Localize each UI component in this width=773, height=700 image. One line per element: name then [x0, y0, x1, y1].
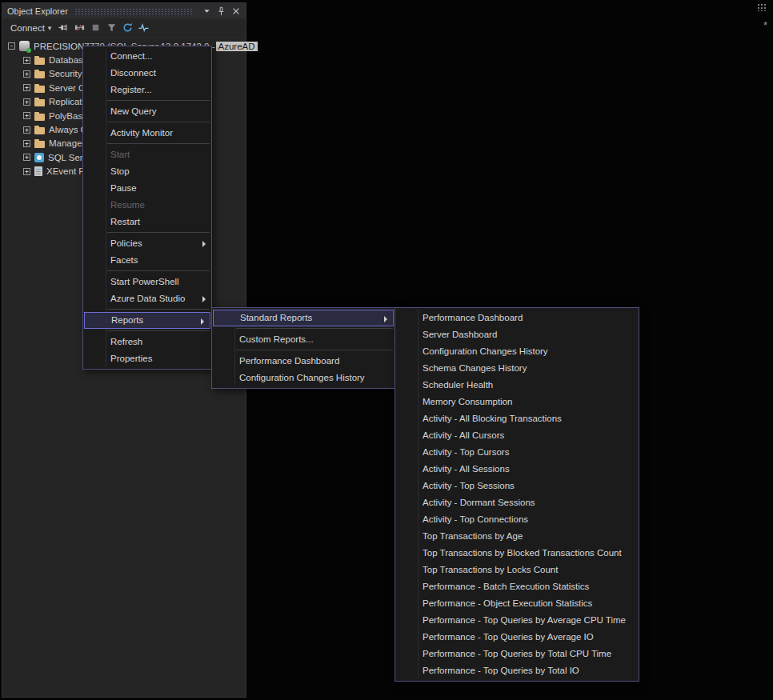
menu-item-label: Activity Monitor [110, 128, 173, 138]
folder-icon [34, 58, 45, 65]
menu-item-scheduler-health[interactable]: Scheduler Health [395, 377, 639, 394]
menu-item-label: Start [110, 150, 130, 159]
menu-item-label: Register... [110, 85, 152, 94]
stop-icon[interactable] [88, 21, 103, 35]
refresh-icon[interactable] [120, 21, 135, 35]
menu-item-reports[interactable]: Reports [84, 312, 210, 329]
menu-item-activity-all-blocking-transactions[interactable]: Activity - All Blocking Transactions [395, 410, 639, 427]
menu-item-label: Top Transactions by Age [423, 531, 523, 541]
menu-separator [236, 328, 393, 329]
menu-item-memory-consumption[interactable]: Memory Consumption [395, 394, 639, 410]
menu-item-restart[interactable]: Restart [83, 214, 211, 230]
menu-item-disconnect[interactable]: Disconnect [83, 65, 211, 82]
menu-item-label: Connect... [110, 51, 152, 61]
expand-icon[interactable]: + [23, 57, 30, 64]
menu-item-label: Scheduler Health [423, 380, 493, 390]
menu-item-label: Configuration Changes History [239, 373, 365, 382]
disconnect-icon[interactable] [72, 21, 87, 35]
menu-item-pause[interactable]: Pause [83, 180, 211, 197]
menu-item-new-query[interactable]: New Query [83, 103, 211, 120]
pin-icon[interactable] [215, 5, 227, 17]
expand-icon[interactable]: + [23, 70, 30, 78]
activity-monitor-icon[interactable] [136, 21, 151, 35]
menu-item-label: Memory Consumption [423, 397, 512, 406]
menu-item-azure-data-studio[interactable]: Azure Data Studio [83, 290, 211, 307]
menu-item-performance-object-execution-statistics[interactable]: Performance - Object Execution Statistic… [395, 595, 639, 612]
menu-item-activity-top-cursors[interactable]: Activity - Top Cursors [395, 444, 639, 461]
menu-item-activity-top-sessions[interactable]: Activity - Top Sessions [395, 478, 639, 494]
menu-item-label: Disconnect [110, 68, 156, 78]
menu-item-top-transactions-by-locks-count[interactable]: Top Transactions by Locks Count [395, 562, 639, 578]
object-explorer-titlebar[interactable]: Object Explorer [2, 3, 246, 18]
standard-reports-submenu: Performance DashboardServer DashboardCon… [395, 307, 639, 682]
close-icon[interactable] [230, 5, 242, 17]
menu-item-activity-dormant-sessions[interactable]: Activity - Dormant Sessions [395, 494, 639, 511]
menu-separator [107, 330, 210, 331]
menu-item-label: New Query [110, 106, 157, 116]
menu-item-performance-top-queries-by-average-io[interactable]: Performance - Top Queries by Average IO [395, 629, 639, 646]
collapse-icon[interactable]: - [8, 42, 15, 50]
menu-item-start-powershell[interactable]: Start PowerShell [83, 274, 211, 290]
menu-item-activity-all-cursors[interactable]: Activity - All Cursors [395, 427, 639, 444]
filter-icon[interactable] [104, 21, 119, 35]
menu-item-stop[interactable]: Stop [83, 163, 211, 180]
menu-item-custom-reports[interactable]: Custom Reports... [212, 331, 395, 348]
menu-item-top-transactions-by-age[interactable]: Top Transactions by Age [395, 528, 639, 545]
connect-button-label: Connect [10, 23, 45, 33]
menu-item-server-dashboard[interactable]: Server Dashboard [395, 326, 639, 343]
menu-item-label: Standard Reports [240, 313, 312, 322]
menu-item-performance-top-queries-by-total-cpu-time[interactable]: Performance - Top Queries by Total CPU T… [395, 646, 639, 662]
menu-item-start: Start [83, 146, 211, 163]
menu-item-configuration-changes-history[interactable]: Configuration Changes History [212, 370, 395, 386]
menu-item-top-transactions-by-blocked-transactions-count[interactable]: Top Transactions by Blocked Transactions… [395, 545, 639, 562]
connect-icon[interactable] [56, 21, 71, 35]
menu-item-label: Activity - Top Sessions [423, 481, 515, 490]
expand-icon[interactable]: + [23, 154, 30, 161]
expand-icon[interactable]: + [23, 98, 30, 106]
menu-item-policies[interactable]: Policies [83, 235, 211, 252]
menu-item-performance-batch-execution-statistics[interactable]: Performance - Batch Execution Statistics [395, 578, 639, 595]
menu-item-standard-reports[interactable]: Standard Reports [213, 310, 394, 326]
submenu-arrow-icon [202, 241, 206, 247]
menu-item-label: Activity - Top Connections [423, 514, 528, 524]
menu-item-label: Pause [110, 183, 137, 193]
menu-item-performance-top-queries-by-total-io[interactable]: Performance - Top Queries by Total IO [395, 662, 639, 679]
submenu-arrow-icon [201, 318, 204, 325]
expand-icon[interactable]: + [23, 140, 30, 147]
connect-dropdown-button[interactable]: Connect ▾ [6, 22, 55, 34]
menu-item-resume: Resume [83, 197, 211, 214]
menu-item-connect[interactable]: Connect... [83, 48, 211, 65]
agent-icon [34, 153, 44, 162]
menu-separator [107, 122, 210, 122]
edge-asterisk-icon: * [763, 20, 767, 30]
expand-icon[interactable]: + [23, 84, 30, 91]
object-explorer-toolbar: Connect ▾ [2, 18, 246, 38]
menu-item-label: Activity - All Sessions [423, 464, 510, 474]
menu-item-refresh[interactable]: Refresh [83, 334, 211, 350]
menu-item-performance-top-queries-by-average-cpu-time[interactable]: Performance - Top Queries by Average CPU… [395, 612, 639, 629]
menu-item-label: Performance - Batch Execution Statistics [423, 582, 589, 591]
menu-item-properties[interactable]: Properties [83, 350, 211, 367]
folder-icon [34, 86, 45, 93]
titlebar-grip[interactable] [74, 8, 194, 15]
chevron-down-icon: ▾ [48, 24, 52, 32]
menu-item-register[interactable]: Register... [83, 82, 211, 98]
menu-item-label: Activity - All Cursors [423, 430, 504, 440]
menu-item-performance-dashboard[interactable]: Performance Dashboard [212, 353, 395, 370]
expand-icon[interactable]: + [23, 112, 30, 119]
menu-item-activity-all-sessions[interactable]: Activity - All Sessions [395, 461, 639, 478]
menu-item-performance-dashboard[interactable]: Performance Dashboard [395, 310, 639, 326]
menu-item-label: Restart [110, 217, 140, 226]
menu-separator [236, 350, 393, 350]
menu-item-activity-monitor[interactable]: Activity Monitor [83, 125, 211, 142]
expand-icon[interactable]: + [23, 126, 30, 134]
menu-item-configuration-changes-history[interactable]: Configuration Changes History [395, 343, 639, 360]
expand-icon[interactable]: + [23, 168, 30, 175]
menu-item-facets[interactable]: Facets [83, 252, 211, 269]
menu-item-label: Reports [111, 315, 143, 325]
menu-item-label: Facets [110, 255, 138, 265]
menu-item-activity-top-connections[interactable]: Activity - Top Connections [395, 511, 639, 528]
menu-item-label: Policies [110, 238, 142, 248]
menu-item-schema-changes-history[interactable]: Schema Changes History [395, 360, 639, 377]
window-position-icon[interactable] [201, 5, 213, 17]
